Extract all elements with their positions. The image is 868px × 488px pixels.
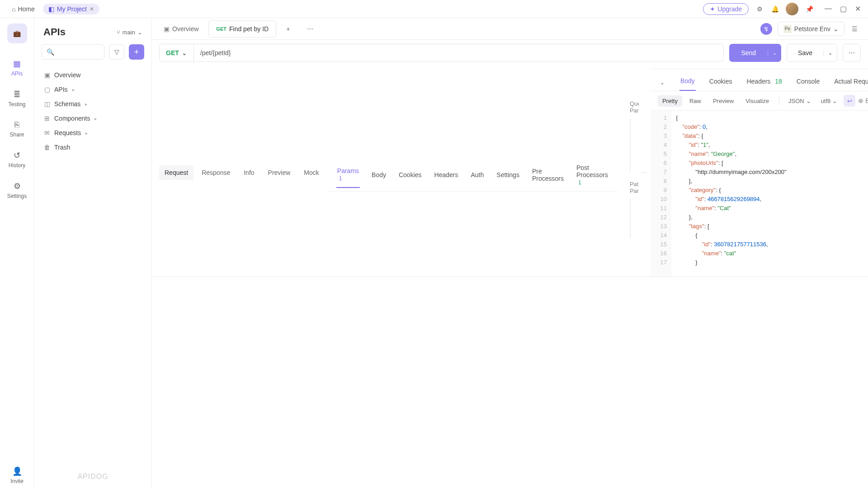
resize-handle[interactable]: ⋯ bbox=[642, 169, 648, 177]
chevron-right-icon: ▸ bbox=[94, 116, 97, 121]
save-label: Save bbox=[787, 49, 823, 56]
resp-tab-body[interactable]: Body bbox=[679, 74, 696, 91]
paramtab-body[interactable]: Body bbox=[371, 167, 387, 184]
bell-icon[interactable]: 🔔 bbox=[770, 5, 779, 14]
view-preview[interactable]: Preview bbox=[708, 95, 738, 107]
tab-overview-label: Overview bbox=[172, 25, 198, 33]
encoding-label: utf8 bbox=[821, 98, 831, 104]
subtab-mock[interactable]: Mock bbox=[298, 165, 324, 180]
sidebar-tree: ▣ Overview ▢ APIs ▸ ◫ Schemas ▸ ⊞ Compon… bbox=[34, 66, 151, 156]
menu-icon[interactable]: ☰ bbox=[850, 24, 859, 33]
url-input[interactable]: /pet/{petId} bbox=[194, 49, 724, 56]
rail-apis[interactable]: ▦ APIs bbox=[4, 55, 31, 80]
encoding-select[interactable]: utf8 ⌄ bbox=[817, 95, 841, 107]
overview-icon: ▣ bbox=[164, 25, 170, 33]
tab-overview[interactable]: ▣ Overview bbox=[156, 21, 206, 37]
sidebar-header: APIs ⑂ main ⌄ bbox=[34, 18, 151, 44]
resp-tab-cookies[interactable]: Cookies bbox=[708, 74, 733, 90]
save-dropdown[interactable]: ⌄ bbox=[823, 50, 837, 56]
response-code[interactable]: 1234567891011121314151617 { "code": 0, "… bbox=[651, 111, 868, 277]
settings-icon[interactable]: ⚙ bbox=[755, 5, 764, 14]
resp-tab-console[interactable]: Console bbox=[796, 74, 821, 90]
tab-project[interactable]: ◧ My Project ✕ bbox=[43, 4, 99, 14]
tree-schemas[interactable]: ◫ Schemas ▸ bbox=[39, 97, 147, 111]
invite-icon: 👤 bbox=[12, 466, 22, 476]
send-button[interactable]: Send ⌄ bbox=[729, 44, 781, 62]
rail-invite[interactable]: 👤 Invite bbox=[4, 463, 31, 488]
rail-invite-label: Invite bbox=[10, 478, 24, 484]
env-select[interactable]: Pe Petstore Env ⌄ bbox=[778, 22, 844, 36]
filter-button[interactable]: ▽ bbox=[109, 44, 124, 60]
workspace-logo[interactable]: 💼 bbox=[7, 23, 27, 43]
send-dropdown[interactable]: ⌄ bbox=[768, 50, 781, 56]
resp-tab-actual-label: Actual Request bbox=[834, 78, 868, 85]
wrap-button[interactable]: ↩ bbox=[844, 95, 855, 107]
tree-trash[interactable]: 🗑 Trash bbox=[39, 140, 147, 155]
format-select[interactable]: JSON ⌄ bbox=[785, 95, 815, 107]
resp-tab-headers[interactable]: Headers 18 bbox=[745, 74, 783, 90]
overview-icon: ▣ bbox=[43, 71, 51, 79]
trash-icon: 🗑 bbox=[43, 144, 51, 151]
rail-share[interactable]: ⎘ Share bbox=[4, 117, 31, 141]
tree-requests[interactable]: ✉ Requests ▸ bbox=[39, 126, 147, 140]
tab-home[interactable]: ⌂ Home bbox=[7, 4, 39, 14]
close-window-icon[interactable]: ✕ bbox=[855, 5, 861, 13]
resp-tab-actual[interactable]: Actual Request bbox=[833, 74, 868, 90]
tree-overview[interactable]: ▣ Overview bbox=[39, 68, 147, 82]
search-input[interactable]: 🔍 bbox=[42, 44, 104, 60]
paramtab-headers[interactable]: Headers bbox=[434, 167, 459, 184]
param-tabs: Params 1 Body Cookies Headers Auth Setti… bbox=[327, 154, 618, 192]
paramtab-post[interactable]: Post Processors 1 bbox=[576, 160, 609, 191]
subtab-info[interactable]: Info bbox=[238, 165, 259, 180]
code-content[interactable]: { "code": 0, "data": { "id": "1", "name"… bbox=[671, 111, 868, 277]
avatar[interactable] bbox=[786, 3, 798, 15]
plus-icon: + bbox=[286, 25, 290, 33]
share-icon: ⎘ bbox=[14, 120, 19, 130]
branch-icon: ⑂ bbox=[117, 29, 120, 36]
quick-action-button[interactable]: ↯ bbox=[760, 23, 772, 35]
rail-settings[interactable]: ⚙ Settings bbox=[4, 178, 31, 203]
paramtab-settings[interactable]: Settings bbox=[495, 167, 520, 184]
view-visualize[interactable]: Visualize bbox=[741, 95, 774, 107]
method-select[interactable]: GET ⌄ bbox=[160, 44, 194, 61]
paramtab-params[interactable]: Params 1 bbox=[336, 163, 360, 188]
maximize-icon[interactable]: ▢ bbox=[840, 5, 847, 13]
add-button[interactable]: + bbox=[129, 44, 144, 60]
pin-icon[interactable]: 📌 bbox=[805, 5, 814, 14]
paramtab-cookies[interactable]: Cookies bbox=[398, 167, 423, 184]
paramtab-auth[interactable]: Auth bbox=[470, 167, 485, 184]
filter-icon: ▽ bbox=[114, 48, 119, 56]
nav-rail: 💼 ▦ APIs ≣ Testing ⎘ Share ↺ History ⚙ S… bbox=[0, 18, 34, 488]
request-more-button[interactable]: ⋯ bbox=[843, 44, 861, 62]
paramtab-pre[interactable]: Pre Processors bbox=[531, 163, 565, 188]
response-left: ⌄ Body Cookies Headers 18 Console Actual… bbox=[651, 69, 868, 277]
tree-apis[interactable]: ▢ APIs ▸ bbox=[39, 82, 147, 97]
extraction-button[interactable]: ⊕ Extraction bbox=[858, 97, 868, 104]
view-pretty[interactable]: Pretty bbox=[658, 95, 682, 107]
upgrade-button[interactable]: ✦ Upgrade bbox=[703, 3, 749, 15]
request-subtabs: Request Response Info Preview Mock Param… bbox=[152, 66, 868, 277]
env-badge: Pe bbox=[783, 25, 792, 33]
subtab-request[interactable]: Request bbox=[159, 165, 193, 180]
minimize-icon[interactable]: — bbox=[825, 5, 832, 13]
branch-select[interactable]: ⑂ main ⌄ bbox=[117, 29, 142, 36]
tree-components[interactable]: ⊞ Components ▸ bbox=[39, 111, 147, 126]
project-icon: ◧ bbox=[48, 5, 54, 13]
view-raw[interactable]: Raw bbox=[685, 95, 706, 107]
tab-home-label: Home bbox=[18, 5, 34, 13]
save-button[interactable]: Save ⌄ bbox=[787, 44, 837, 62]
rail-history[interactable]: ↺ History bbox=[4, 147, 31, 172]
add-tab-button[interactable]: + bbox=[279, 21, 297, 37]
chevron-down-icon: ⌄ bbox=[832, 98, 837, 104]
tab-endpoint[interactable]: GET Find pet by ID bbox=[208, 20, 276, 38]
request-row: GET ⌄ /pet/{petId} Send ⌄ Save ⌄ ⋯ bbox=[152, 40, 868, 66]
tab-more-button[interactable]: ⋯ bbox=[300, 21, 321, 37]
chevron-down-icon: ⌄ bbox=[182, 49, 187, 56]
close-icon[interactable]: ✕ bbox=[90, 6, 94, 12]
resp-tab-headers-label: Headers bbox=[746, 78, 770, 85]
path-params-table: Name Value Type Description ✓ petId 1 st… bbox=[630, 199, 631, 239]
subtab-preview[interactable]: Preview bbox=[263, 165, 296, 180]
subtab-response[interactable]: Response bbox=[196, 165, 236, 180]
rail-testing[interactable]: ≣ Testing bbox=[4, 86, 31, 111]
collapse-icon[interactable]: ⌄ bbox=[660, 79, 665, 86]
